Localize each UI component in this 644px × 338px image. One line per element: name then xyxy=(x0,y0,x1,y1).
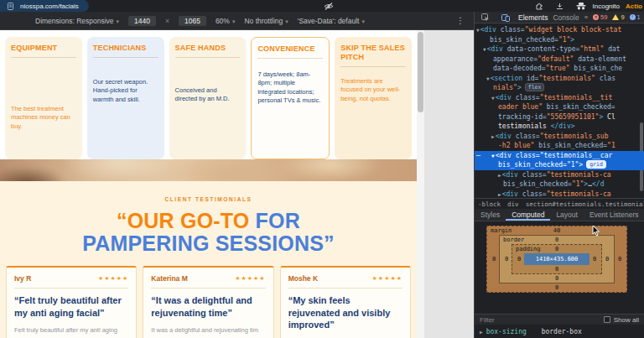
warning-icon xyxy=(612,14,619,20)
url-chip[interactable]: niosspa.com/facials xyxy=(0,0,89,12)
node-menu-icon[interactable]: ⋯ xyxy=(476,151,480,161)
testimonials-section: CLIENT TESTIMONIALS “OUR GO-TO FOR PAMPE… xyxy=(0,181,417,338)
breadcrumb-item[interactable]: -block xyxy=(478,200,501,208)
testimonial-excerpt: Felt truly beautiful after my anti aging xyxy=(14,326,128,335)
viewport-height-input[interactable]: 1065 xyxy=(179,16,206,26)
tree-node[interactable]: ▼<div class="testimonials__tit xyxy=(475,93,644,103)
border-top-value[interactable]: 0 xyxy=(555,237,558,243)
device-toolbar-toggle-icon[interactable] xyxy=(501,13,510,22)
dimensions-selector[interactable]: Dimensions: Responsive xyxy=(35,17,119,25)
tree-node[interactable]: appearance="default" data-element xyxy=(475,55,644,65)
feature-card: EQUIPMENTThe best treatment machines mon… xyxy=(5,37,82,159)
margin-left-value[interactable]: 0 xyxy=(489,256,499,263)
code-token: <div xyxy=(487,45,507,53)
device-toolbar-more-icon[interactable]: ⋮ xyxy=(454,17,467,25)
border-bottom-value[interactable]: 0 xyxy=(501,274,612,283)
downloads-icon[interactable] xyxy=(556,3,564,10)
hero-photo xyxy=(0,159,417,181)
url-text[interactable]: niosspa.com/facials xyxy=(20,3,79,10)
tab-console[interactable]: Console xyxy=(553,13,579,22)
tree-node[interactable]: ▼<div class="widget block block-stat xyxy=(475,25,644,35)
computed-property-row: ▶ box-sizing border-box xyxy=(475,325,644,338)
tree-node[interactable]: testimonials </div> xyxy=(475,122,644,132)
border-right-value[interactable]: 0 xyxy=(602,256,612,263)
tree-node[interactable]: data-decoded="true" bis_skin_che xyxy=(475,64,644,74)
screen: niosspa.com/facials Incognito Actio xyxy=(0,0,644,338)
padding-left-value[interactable]: 0 xyxy=(514,256,524,263)
code-token: "html" xyxy=(579,45,608,53)
issues-icon xyxy=(630,14,636,20)
border-left-value[interactable]: 0 xyxy=(501,256,512,263)
devtools-tab-bar: Elements Console » 59 9 1 ⚙ ⋮ xyxy=(475,12,644,23)
margin-right-value[interactable]: 0 xyxy=(615,256,625,263)
omnibox[interactable]: niosspa.com/facials xyxy=(0,0,337,12)
tab-layout[interactable]: Layout xyxy=(550,209,584,221)
page-scrollbar[interactable] xyxy=(417,30,424,338)
tree-node[interactable]: bis_skin_checked="1">grid xyxy=(475,160,644,170)
inspect-element-icon[interactable] xyxy=(481,13,490,22)
feature-card-title: SAFE HANDS xyxy=(175,44,241,58)
code-token: data-element xyxy=(578,55,626,63)
code-token: "1" xyxy=(567,161,579,169)
margin-top-value[interactable]: 40 xyxy=(553,227,560,234)
show-all-checkbox[interactable] xyxy=(604,316,610,323)
testimonial-divider xyxy=(151,288,265,289)
tree-node[interactable]: ▶<div class="testimonials-ca xyxy=(475,190,644,199)
tree-node[interactable]: nials">flex xyxy=(475,83,644,93)
tree-node[interactable]: ▼<section id="testimonials" clas xyxy=(475,74,644,84)
viewport-width-input[interactable]: 1440 xyxy=(128,16,156,26)
issues-count-badge[interactable]: 1 xyxy=(630,13,641,21)
extensions-puzzle-icon[interactable] xyxy=(535,2,543,10)
breadcrumb-item[interactable]: section#testimonials.testimonials xyxy=(526,200,644,208)
testimonial-quote: “My skin feels rejuvenated and visibly i… xyxy=(288,294,402,331)
tree-node[interactable]: ▶<div class="testimonials_sub xyxy=(475,132,644,142)
tree-node[interactable]: tracking-id="55659951101"> Cl xyxy=(475,112,644,122)
code-token: "55659951101" xyxy=(547,113,600,121)
zoom-selector[interactable]: 60% xyxy=(216,17,236,25)
show-all-toggle[interactable]: Show all xyxy=(604,316,639,324)
tab-styles[interactable]: Styles xyxy=(475,209,506,221)
tree-node[interactable]: -h2 blue" bis_skin_checked="1 xyxy=(475,141,644,151)
throttling-selector[interactable]: No throttling xyxy=(244,17,288,25)
code-token: </d xyxy=(592,180,604,188)
property-expand-icon[interactable]: ▶ xyxy=(480,329,483,335)
page-scrollbar-thumb[interactable] xyxy=(418,32,423,112)
tab-elements[interactable]: Elements xyxy=(518,13,548,22)
box-model-padding[interactable]: padding0 0 1410×435.600 0 0 xyxy=(512,244,602,274)
content-blocked-eye-icon[interactable] xyxy=(324,3,334,10)
warning-count-badge[interactable]: 9 xyxy=(612,13,624,21)
tree-node[interactable]: ▼<div data-content-type="html" dat xyxy=(475,44,644,55)
box-model-diagram[interactable]: margin40 0 border0 0 padding0 0 xyxy=(486,226,627,293)
tree-node[interactable]: ▶<div class="testimonials-ca xyxy=(475,170,644,180)
box-model-margin[interactable]: margin40 0 border0 0 padding0 0 xyxy=(486,226,627,293)
more-tabs-chevron[interactable]: » xyxy=(584,13,588,21)
code-token: "testimonials" xyxy=(538,75,599,82)
flex-badge[interactable]: flex xyxy=(525,83,545,91)
tree-node[interactable]: ⋯▼<div class="testimonials__car xyxy=(475,151,644,161)
tree-node[interactable]: eader blue" bis_skin_checked= xyxy=(475,102,644,112)
star-rating: ★★★★★ xyxy=(372,275,402,282)
save-data-selector[interactable]: 'Save-Data': default xyxy=(298,17,365,25)
tree-node[interactable]: bis_skin_checked="1">…</d xyxy=(475,179,644,190)
tab-event-listeners[interactable]: Event Listeners xyxy=(584,209,644,221)
breadcrumb-item[interactable]: div xyxy=(507,200,519,208)
action-extension-button[interactable]: Actio xyxy=(626,3,642,10)
box-model-content[interactable]: 1410×435.600 xyxy=(524,253,589,265)
code-token: data-decoded= xyxy=(493,65,546,72)
filter-input[interactable]: Filter xyxy=(480,316,495,324)
tab-computed[interactable]: Computed xyxy=(506,209,550,221)
grid-badge[interactable]: grid xyxy=(586,160,606,169)
code-token: bis_skin_checked= xyxy=(547,103,615,111)
padding-top-value[interactable]: 0 xyxy=(555,246,558,252)
tree-node[interactable]: bis_skin_checked="1"> xyxy=(475,35,644,45)
box-model-border[interactable]: border0 0 padding0 0 1410×435.600 0 xyxy=(499,235,615,283)
code-token: ▶ xyxy=(491,133,495,139)
padding-bottom-value[interactable]: 0 xyxy=(514,265,600,273)
padding-right-value[interactable]: 0 xyxy=(589,256,600,263)
sidebar-pane-tabs: StylesComputedLayoutEvent ListenersDOM B… xyxy=(475,209,644,221)
code-token: class= xyxy=(522,171,547,179)
code-token: <div xyxy=(502,190,522,198)
error-count-badge[interactable]: 59 xyxy=(593,13,607,21)
page-info-icon[interactable] xyxy=(8,3,13,10)
margin-bottom-value[interactable]: 0 xyxy=(489,283,625,292)
